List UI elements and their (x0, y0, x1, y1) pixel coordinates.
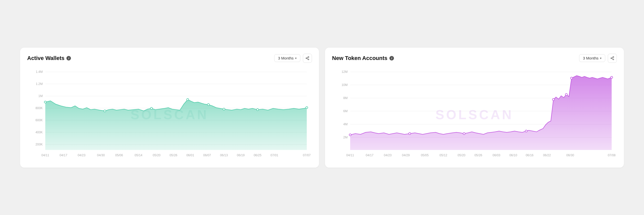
svg-text:8M: 8M (343, 96, 348, 100)
svg-point-21 (150, 107, 152, 109)
time-selector-wallets[interactable]: 3 Months ▾ (274, 54, 300, 62)
active-wallets-card: Active Wallets i 3 Months ▾ SOLSCAN (20, 48, 319, 168)
svg-point-62 (525, 130, 527, 132)
svg-point-25 (257, 109, 259, 111)
svg-point-24 (223, 108, 225, 110)
svg-text:04/30: 04/30 (97, 153, 105, 157)
tokens-svg: 12M 10M 8M 6M 4M 2M (332, 67, 617, 163)
svg-point-66 (611, 76, 613, 78)
svg-point-59 (349, 134, 351, 136)
svg-line-45 (612, 58, 613, 59)
chevron-down-icon: ▾ (295, 56, 297, 60)
svg-text:06/25: 06/25 (254, 153, 261, 157)
svg-text:1M: 1M (38, 94, 43, 98)
svg-text:06/19: 06/19 (237, 153, 245, 157)
svg-text:05/26: 05/26 (474, 153, 482, 157)
svg-text:04/29: 04/29 (402, 153, 410, 157)
wallets-svg: 1.4M 1.2M 1M 800K 600K 400K 200K (27, 67, 312, 163)
svg-text:06/30: 06/30 (566, 153, 574, 157)
svg-text:2M: 2M (343, 136, 348, 139)
card-actions-2: 3 Months ▾ (579, 54, 617, 63)
svg-point-22 (187, 99, 189, 101)
share-icon (305, 56, 309, 60)
new-token-accounts-chart: SOLSCAN 12M 10M 8M 6M 4M 2M (332, 67, 617, 163)
svg-text:04/17: 04/17 (60, 153, 67, 157)
active-wallets-chart: SOLSCAN 1.4M 1.2M 1M 800K 600K 400K 200K (27, 67, 312, 163)
svg-text:07/07: 07/07 (303, 153, 311, 157)
svg-point-63 (552, 99, 554, 101)
svg-text:6M: 6M (343, 109, 348, 113)
svg-text:200K: 200K (35, 143, 43, 146)
share-button-tokens[interactable] (608, 54, 617, 63)
new-token-accounts-title: New Token Accounts (332, 55, 387, 62)
svg-text:04/17: 04/17 (366, 153, 374, 157)
svg-text:06/10: 06/10 (509, 153, 517, 157)
svg-text:600K: 600K (35, 118, 43, 122)
svg-text:06/03: 06/03 (493, 153, 500, 157)
chevron-down-icon-2: ▾ (600, 56, 601, 60)
time-label: 3 Months (278, 56, 294, 60)
svg-point-65 (571, 77, 573, 79)
svg-text:1.4M: 1.4M (36, 70, 43, 74)
svg-text:04/23: 04/23 (78, 153, 86, 157)
info-icon-2[interactable]: i (389, 56, 394, 60)
svg-text:12M: 12M (342, 70, 348, 74)
svg-text:05/26: 05/26 (170, 153, 177, 157)
svg-text:400K: 400K (35, 131, 43, 134)
time-selector-tokens[interactable]: 3 Months ▾ (579, 54, 605, 62)
svg-text:04/11: 04/11 (346, 153, 354, 157)
svg-text:05/12: 05/12 (439, 153, 447, 157)
svg-text:06/16: 06/16 (526, 153, 534, 157)
svg-text:04/23: 04/23 (384, 153, 392, 157)
dashboard: Active Wallets i 3 Months ▾ SOLSCAN (20, 48, 624, 168)
svg-text:4M: 4M (343, 122, 348, 126)
svg-point-20 (104, 110, 106, 112)
svg-text:05/20: 05/20 (458, 153, 465, 157)
svg-point-60 (409, 133, 411, 135)
svg-point-26 (306, 107, 308, 109)
svg-text:04/11: 04/11 (42, 153, 49, 157)
svg-line-3 (307, 58, 308, 59)
svg-text:05/05: 05/05 (421, 153, 429, 157)
svg-text:06/01: 06/01 (186, 153, 194, 157)
svg-text:06/22: 06/22 (543, 153, 551, 157)
title-group-2: New Token Accounts i (332, 55, 394, 62)
svg-point-61 (463, 133, 465, 135)
active-wallets-title: Active Wallets (27, 55, 64, 62)
card-actions: 3 Months ▾ (274, 54, 312, 63)
svg-text:05/14: 05/14 (135, 153, 142, 157)
svg-point-64 (565, 94, 567, 96)
svg-point-23 (207, 104, 209, 106)
svg-text:06/13: 06/13 (220, 153, 228, 157)
card-header-2: New Token Accounts i 3 Months ▾ (332, 54, 617, 63)
svg-text:05/06: 05/06 (115, 153, 123, 157)
svg-text:07/01: 07/01 (270, 153, 278, 157)
new-token-accounts-card: New Token Accounts i 3 Months ▾ SOLSCAN (325, 48, 624, 168)
svg-line-4 (307, 57, 308, 58)
svg-text:07/08: 07/08 (608, 153, 616, 157)
svg-text:06/07: 06/07 (203, 153, 211, 157)
info-icon[interactable]: i (66, 56, 71, 60)
svg-line-46 (612, 57, 613, 58)
time-label-2: 3 Months (583, 56, 598, 60)
svg-text:10M: 10M (342, 83, 348, 87)
svg-text:05/20: 05/20 (153, 153, 160, 157)
svg-text:1.2M: 1.2M (36, 82, 43, 86)
share-button-wallets[interactable] (303, 54, 312, 63)
svg-point-19 (44, 101, 46, 103)
card-header: Active Wallets i 3 Months ▾ (27, 54, 312, 63)
share-icon-2 (610, 56, 614, 60)
svg-text:800K: 800K (35, 106, 43, 110)
title-group: Active Wallets i (27, 55, 71, 62)
